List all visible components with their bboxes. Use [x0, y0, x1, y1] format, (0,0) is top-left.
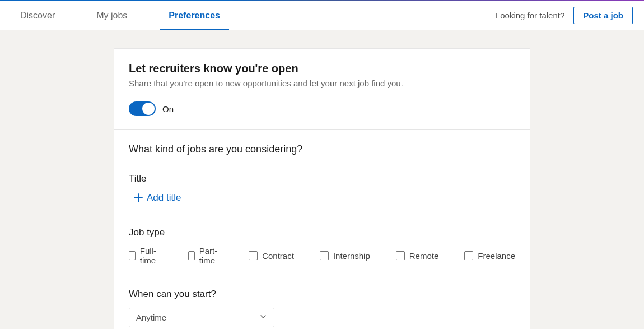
section-title: Let recruiters know you're open [129, 62, 515, 75]
checkbox-box [129, 251, 136, 260]
add-title-button[interactable]: Add title [133, 192, 181, 203]
checkbox-part-time[interactable]: Part-time [188, 246, 223, 265]
plus-icon [133, 193, 143, 203]
nav-tabs: Discover My jobs Preferences [11, 1, 253, 30]
toggle-knob [142, 103, 155, 115]
considering-heading: What kind of jobs are you considering? [129, 143, 515, 155]
tab-discover-label: Discover [20, 11, 55, 21]
start-date-value: Anytime [136, 313, 166, 322]
checkbox-box [396, 251, 405, 260]
tab-discover[interactable]: Discover [11, 1, 64, 30]
start-date-select[interactable]: Anytime [129, 308, 274, 327]
checkbox-box [464, 251, 473, 260]
checkbox-full-time[interactable]: Full-time [129, 246, 162, 265]
open-toggle-row: On [129, 101, 515, 116]
start-date-select-wrap: Anytime [129, 308, 274, 327]
looking-for-talent-text: Looking for talent? [496, 11, 564, 20]
nav-right: Looking for talent? Post a job [496, 1, 633, 30]
post-a-job-button[interactable]: Post a job [573, 7, 633, 24]
jobs-form-section: What kind of jobs are you considering? T… [114, 129, 530, 329]
open-to-work-section: Let recruiters know you're open Share th… [114, 49, 530, 129]
checkbox-remote[interactable]: Remote [396, 246, 439, 265]
checkbox-label: Part-time [199, 246, 223, 265]
tab-my-jobs-label: My jobs [96, 11, 127, 21]
job-type-row: Full-time Part-time Contract Internship … [129, 246, 515, 265]
post-a-job-label: Post a job [583, 11, 623, 20]
tab-preferences-label: Preferences [169, 11, 220, 21]
checkbox-internship[interactable]: Internship [320, 246, 370, 265]
content-wrap: Let recruiters know you're open Share th… [0, 30, 644, 329]
checkbox-label: Internship [333, 251, 370, 261]
preferences-card: Let recruiters know you're open Share th… [114, 48, 530, 329]
checkbox-contract[interactable]: Contract [249, 246, 294, 265]
checkbox-box [320, 251, 329, 260]
job-type-label: Job type [129, 227, 515, 238]
checkbox-label: Remote [409, 251, 439, 261]
checkbox-label: Freelance [478, 251, 515, 261]
title-field-label: Title [129, 173, 515, 184]
tab-my-jobs[interactable]: My jobs [87, 1, 136, 30]
section-subtitle: Share that you're open to new opportunit… [129, 78, 515, 88]
add-title-label: Add title [147, 192, 181, 203]
checkbox-label: Full-time [140, 246, 162, 265]
checkbox-label: Contract [262, 251, 294, 261]
open-toggle-label: On [162, 104, 174, 114]
tab-preferences[interactable]: Preferences [160, 1, 229, 30]
top-nav: Discover My jobs Preferences Looking for… [0, 1, 644, 30]
checkbox-box [188, 251, 195, 260]
checkbox-box [249, 251, 258, 260]
checkbox-freelance[interactable]: Freelance [464, 246, 515, 265]
chevron-down-icon [259, 313, 267, 322]
open-toggle[interactable] [129, 101, 156, 116]
start-date-label: When can you start? [129, 289, 515, 300]
